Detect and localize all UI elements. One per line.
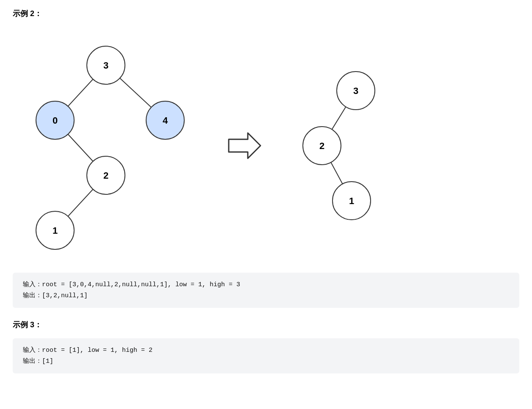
example3-output: 输出：[1] xyxy=(23,356,509,367)
diagram-container: 3 0 4 2 1 xyxy=(13,27,519,264)
right-tree-svg: 3 2 1 xyxy=(280,57,398,235)
example2-output: 输出：[3,2,null,1] xyxy=(23,290,509,301)
node-1-label: 1 xyxy=(53,225,58,236)
example3-code-block: 输入：root = [1], low = 1, high = 2 输出：[1] xyxy=(13,338,519,373)
example2-code-block: 输入：root = [3,0,4,null,2,null,null,1], lo… xyxy=(13,273,519,308)
example3-input: 输入：root = [1], low = 1, high = 2 xyxy=(23,345,509,356)
r-node-2-label: 2 xyxy=(319,141,324,151)
node-0-label: 0 xyxy=(53,115,58,126)
example2-title: 示例 2： xyxy=(13,8,519,19)
node-4-label: 4 xyxy=(163,115,168,126)
svg-marker-0 xyxy=(229,133,260,158)
node-3-label: 3 xyxy=(103,60,108,71)
r-node-1-label: 1 xyxy=(349,196,354,206)
r-node-3-label: 3 xyxy=(353,86,358,96)
transform-arrow xyxy=(224,131,263,160)
example3-title: 示例 3： xyxy=(13,320,519,330)
left-tree-svg: 3 0 4 2 1 xyxy=(21,31,208,260)
node-2-label: 2 xyxy=(103,170,108,181)
example2-input: 输入：root = [3,0,4,null,2,null,null,1], lo… xyxy=(23,279,509,290)
arrow-svg xyxy=(224,131,263,160)
